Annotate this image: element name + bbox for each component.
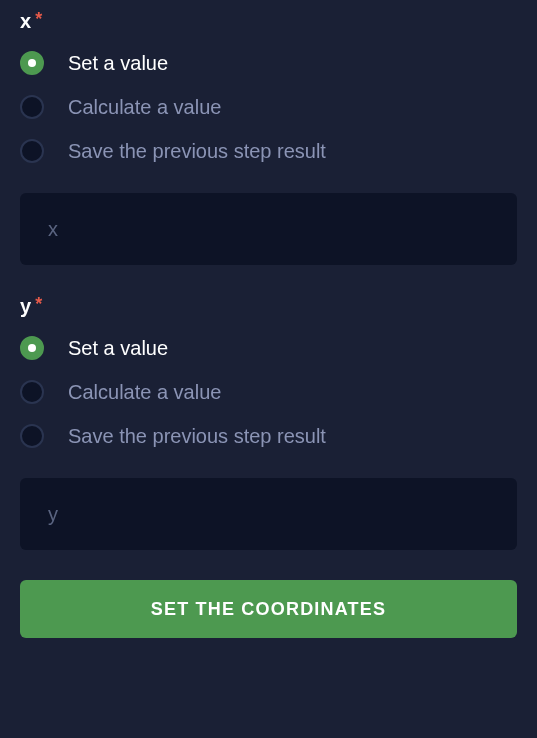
radio-option-x-save[interactable]: Save the previous step result — [20, 139, 517, 163]
radio-icon — [20, 424, 44, 448]
radio-option-x-calculate[interactable]: Calculate a value — [20, 95, 517, 119]
field-label-y: y * — [20, 295, 517, 318]
radio-icon — [20, 380, 44, 404]
field-group-y: y * Set a value Calculate a value Save t… — [20, 295, 517, 550]
radio-option-y-save[interactable]: Save the previous step result — [20, 424, 517, 448]
label-text-x: x — [20, 10, 31, 33]
radio-label: Set a value — [68, 337, 168, 360]
radio-icon — [20, 51, 44, 75]
radio-group-y: Set a value Calculate a value Save the p… — [20, 336, 517, 448]
radio-icon — [20, 139, 44, 163]
radio-icon — [20, 95, 44, 119]
radio-option-y-calculate[interactable]: Calculate a value — [20, 380, 517, 404]
radio-label: Set a value — [68, 52, 168, 75]
field-label-x: x * — [20, 10, 517, 33]
radio-option-y-set[interactable]: Set a value — [20, 336, 517, 360]
required-asterisk-icon: * — [35, 295, 42, 313]
required-asterisk-icon: * — [35, 10, 42, 28]
radio-option-x-set[interactable]: Set a value — [20, 51, 517, 75]
set-coordinates-button[interactable]: SET THE COORDINATES — [20, 580, 517, 638]
y-value-input[interactable] — [20, 478, 517, 550]
field-group-x: x * Set a value Calculate a value Save t… — [20, 10, 517, 265]
radio-label: Save the previous step result — [68, 140, 326, 163]
radio-label: Save the previous step result — [68, 425, 326, 448]
x-value-input[interactable] — [20, 193, 517, 265]
radio-label: Calculate a value — [68, 96, 221, 119]
radio-label: Calculate a value — [68, 381, 221, 404]
label-text-y: y — [20, 295, 31, 318]
radio-icon — [20, 336, 44, 360]
radio-group-x: Set a value Calculate a value Save the p… — [20, 51, 517, 163]
